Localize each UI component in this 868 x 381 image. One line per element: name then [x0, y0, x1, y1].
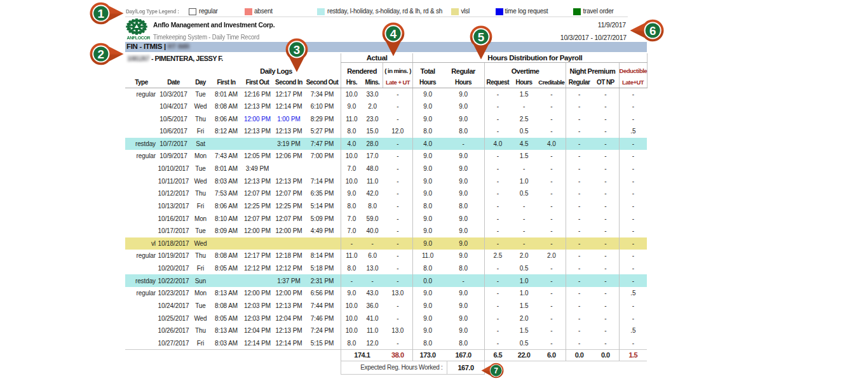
- svg-text:6: 6: [649, 23, 655, 37]
- svg-text:7: 7: [494, 366, 498, 375]
- svg-text:1: 1: [97, 7, 104, 20]
- svg-text:2: 2: [97, 47, 104, 60]
- svg-text:5: 5: [477, 30, 484, 44]
- svg-text:4: 4: [390, 27, 397, 40]
- svg-text:3: 3: [293, 43, 299, 56]
